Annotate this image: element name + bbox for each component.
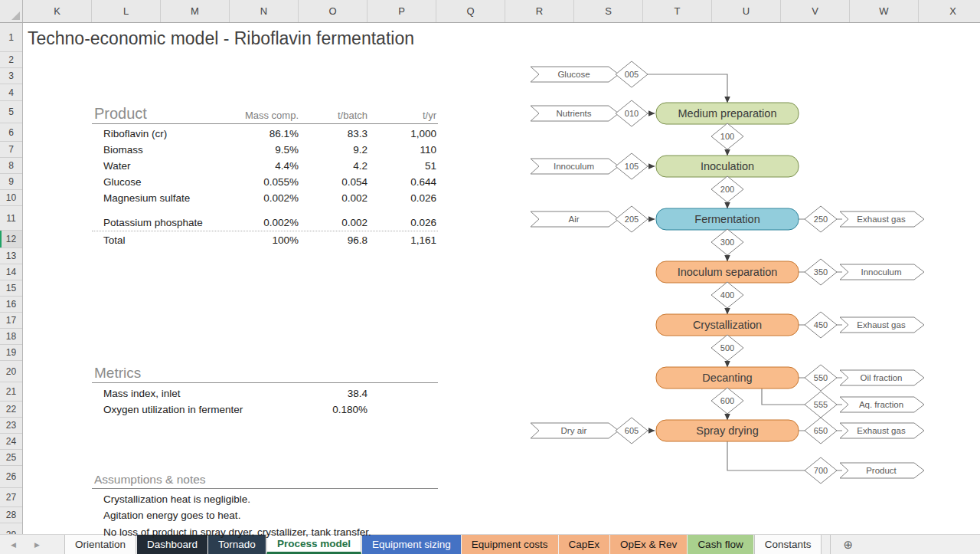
row-header-9[interactable]: 9 (0, 174, 22, 190)
row-header-13[interactable]: 13 (0, 248, 22, 264)
row-header-16[interactable]: 16 (0, 297, 22, 313)
column-header-W[interactable]: W (850, 0, 919, 22)
column-header-X[interactable]: X (919, 0, 980, 22)
column-header-M[interactable]: M (161, 0, 230, 22)
product-row-mass-comp[interactable]: 0.002% (199, 215, 299, 231)
row-header-15[interactable]: 15 (0, 280, 22, 297)
product-row-mass-comp[interactable]: 0.002% (199, 190, 299, 206)
row-header-2[interactable]: 2 (0, 52, 22, 68)
row-header-11[interactable]: 11 (0, 206, 22, 231)
metric-value[interactable]: 0.180% (291, 402, 368, 418)
row-header-6[interactable]: 6 (0, 123, 22, 142)
product-total-row-mass-comp[interactable]: 100% (199, 232, 299, 248)
product-row-t-yr[interactable]: 0.026 (368, 190, 436, 206)
sheet-tab-capex[interactable]: CapEx (559, 535, 610, 554)
row-header-4[interactable]: 4 (0, 84, 22, 101)
product-row-t-yr[interactable]: 1,000 (368, 126, 436, 142)
sheet-tab-opex-rev[interactable]: OpEx & Rev (610, 535, 687, 554)
column-header-N[interactable]: N (230, 0, 299, 22)
product-col-header-t-batch[interactable]: t/batch (299, 107, 368, 123)
column-header-S[interactable]: S (574, 0, 643, 22)
new-sheet-button[interactable]: ⊕ (830, 535, 865, 554)
stream-number: 450 (814, 320, 828, 329)
product-row-mass-comp[interactable]: 0.055% (199, 174, 299, 190)
row-header-19[interactable]: 19 (0, 345, 22, 361)
column-header-V[interactable]: V (781, 0, 850, 22)
note-line[interactable]: Agitation energy goes to heat. (103, 507, 440, 523)
stream-number: 105 (625, 162, 639, 171)
process-box-label: Crystallization (693, 319, 762, 331)
stream-diamond (616, 61, 648, 87)
tab-nav-buttons: ◀ ▶ (0, 535, 64, 554)
row-header-18[interactable]: 18 (0, 329, 22, 345)
output-flag (840, 211, 924, 227)
row-header-25[interactable]: 25 (0, 450, 22, 466)
product-row-t-yr[interactable]: 0.644 (368, 174, 436, 190)
column-header-K[interactable]: K (23, 0, 92, 22)
column-header-U[interactable]: U (712, 0, 781, 22)
product-row-mass-comp[interactable]: 4.4% (199, 158, 299, 174)
column-header-L[interactable]: L (92, 0, 161, 22)
sheet-tab-equipment-costs[interactable]: Equipment costs (462, 535, 558, 554)
stream-number: 005 (625, 70, 639, 79)
sheet-tab-cash-flow[interactable]: Cash flow (688, 535, 753, 554)
product-row-t-batch[interactable]: 0.054 (299, 174, 368, 190)
column-header-O[interactable]: O (299, 0, 368, 22)
row-header-5[interactable]: 5 (0, 101, 22, 123)
product-row-t-batch[interactable]: 0.002 (299, 215, 368, 231)
tab-scroll-right-icon[interactable]: ▶ (34, 541, 40, 549)
product-row-t-yr[interactable]: 110 (368, 142, 436, 158)
row-header-23[interactable]: 23 (0, 418, 22, 434)
product-row-t-batch[interactable]: 0.002 (299, 190, 368, 206)
stream-number: 605 (625, 426, 639, 435)
row-header-27[interactable]: 27 (0, 488, 22, 507)
stream-number: 200 (720, 185, 734, 194)
metrics-section-heading[interactable]: Metrics (94, 361, 141, 382)
product-row-t-yr[interactable]: 51 (368, 158, 436, 174)
row-header-22[interactable]: 22 (0, 402, 22, 418)
product-total-row-t-batch[interactable]: 96.8 (299, 232, 368, 248)
product-total-row-t-yr[interactable]: 1,161 (368, 232, 436, 248)
input-flag-label: Dry air (561, 426, 587, 435)
select-all-corner[interactable] (0, 0, 23, 23)
metric-value[interactable]: 38.4 (291, 385, 368, 402)
product-row-t-batch[interactable]: 83.3 (299, 126, 368, 142)
tab-scroll-left-icon[interactable]: ◀ (11, 541, 16, 549)
row-header-12[interactable]: 12 (0, 231, 22, 248)
row-header-1[interactable]: 1 (0, 23, 22, 52)
product-row-mass-comp[interactable]: 9.5% (199, 142, 299, 158)
product-row-t-yr[interactable]: 0.026 (368, 215, 436, 231)
row-header-20[interactable]: 20 (0, 361, 22, 382)
row-header-26[interactable]: 26 (0, 466, 22, 488)
row-header-10[interactable]: 10 (0, 190, 22, 206)
process-box-label: Inoculation (701, 160, 754, 172)
column-header-R[interactable]: R (505, 0, 574, 22)
note-line[interactable]: No loss of product in spray dryer, cryst… (103, 524, 440, 540)
notes-section-heading[interactable]: Assumptions & notes (94, 467, 206, 488)
stream-number: 600 (720, 396, 734, 405)
row-header-29[interactable]: 29 (0, 523, 22, 534)
row-header-28[interactable]: 28 (0, 507, 22, 523)
output-flag-label: Oil fraction (861, 373, 903, 382)
product-col-header-mass-comp[interactable]: Mass comp. (191, 107, 299, 123)
row-header-14[interactable]: 14 (0, 264, 22, 280)
row-header-24[interactable]: 24 (0, 434, 22, 450)
note-line[interactable]: Crystallization heat is negligible. (103, 491, 440, 507)
sheet-tab-constants[interactable]: Constants (754, 535, 822, 554)
output-flag-label: Exhaust gas (857, 426, 906, 435)
column-header-T[interactable]: T (643, 0, 712, 22)
row-header-17[interactable]: 17 (0, 313, 22, 329)
product-row-mass-comp[interactable]: 86.1% (199, 126, 299, 142)
sheet-title[interactable]: Techno-economic model - Riboflavin ferme… (28, 25, 414, 51)
row-header-21[interactable]: 21 (0, 382, 22, 402)
product-col-header-t-yr[interactable]: t/yr (368, 107, 436, 123)
column-header-P[interactable]: P (368, 0, 436, 22)
product-row-t-batch[interactable]: 9.2 (299, 142, 368, 158)
row-header-8[interactable]: 8 (0, 158, 22, 174)
row-header-7[interactable]: 7 (0, 142, 22, 158)
row-header-3[interactable]: 3 (0, 68, 22, 84)
product-row-t-batch[interactable]: 4.2 (299, 158, 368, 174)
column-header-Q[interactable]: Q (436, 0, 505, 22)
product-section-heading[interactable]: Product (94, 101, 147, 123)
stream-diamond (616, 153, 648, 179)
